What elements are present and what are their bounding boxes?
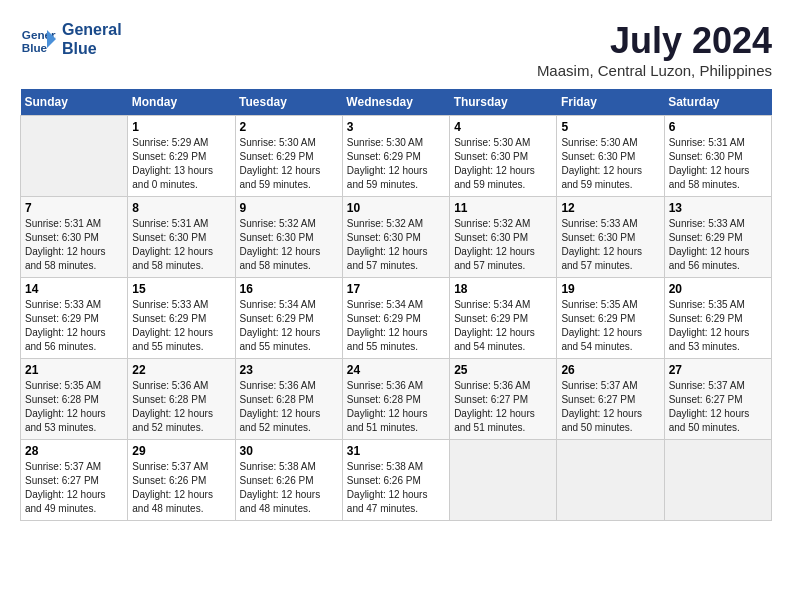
day-info: Sunrise: 5:35 AM Sunset: 6:29 PM Dayligh… [561,298,659,354]
calendar-cell [557,440,664,521]
month-title: July 2024 [537,20,772,62]
day-info: Sunrise: 5:32 AM Sunset: 6:30 PM Dayligh… [347,217,445,273]
day-info: Sunrise: 5:30 AM Sunset: 6:30 PM Dayligh… [454,136,552,192]
day-info: Sunrise: 5:38 AM Sunset: 6:26 PM Dayligh… [240,460,338,516]
day-number: 5 [561,120,659,134]
day-info: Sunrise: 5:33 AM Sunset: 6:29 PM Dayligh… [25,298,123,354]
weekday-header-monday: Monday [128,89,235,116]
calendar-cell: 7Sunrise: 5:31 AM Sunset: 6:30 PM Daylig… [21,197,128,278]
day-info: Sunrise: 5:29 AM Sunset: 6:29 PM Dayligh… [132,136,230,192]
calendar-cell: 21Sunrise: 5:35 AM Sunset: 6:28 PM Dayli… [21,359,128,440]
weekday-header-wednesday: Wednesday [342,89,449,116]
day-number: 23 [240,363,338,377]
day-info: Sunrise: 5:36 AM Sunset: 6:27 PM Dayligh… [454,379,552,435]
day-number: 6 [669,120,767,134]
calendar-cell: 22Sunrise: 5:36 AM Sunset: 6:28 PM Dayli… [128,359,235,440]
day-number: 30 [240,444,338,458]
logo-text: General Blue [62,20,122,58]
day-info: Sunrise: 5:37 AM Sunset: 6:27 PM Dayligh… [25,460,123,516]
logo: General Blue General Blue [20,20,122,58]
location-title: Maasim, Central Luzon, Philippines [537,62,772,79]
calendar-cell: 30Sunrise: 5:38 AM Sunset: 6:26 PM Dayli… [235,440,342,521]
calendar-cell: 6Sunrise: 5:31 AM Sunset: 6:30 PM Daylig… [664,116,771,197]
day-info: Sunrise: 5:31 AM Sunset: 6:30 PM Dayligh… [25,217,123,273]
day-number: 2 [240,120,338,134]
day-info: Sunrise: 5:38 AM Sunset: 6:26 PM Dayligh… [347,460,445,516]
calendar-cell: 13Sunrise: 5:33 AM Sunset: 6:29 PM Dayli… [664,197,771,278]
day-number: 14 [25,282,123,296]
calendar-cell: 29Sunrise: 5:37 AM Sunset: 6:26 PM Dayli… [128,440,235,521]
day-info: Sunrise: 5:33 AM Sunset: 6:29 PM Dayligh… [132,298,230,354]
header: General Blue General Blue July 2024 Maas… [20,20,772,79]
day-number: 7 [25,201,123,215]
day-info: Sunrise: 5:32 AM Sunset: 6:30 PM Dayligh… [240,217,338,273]
week-row-4: 21Sunrise: 5:35 AM Sunset: 6:28 PM Dayli… [21,359,772,440]
calendar-cell: 20Sunrise: 5:35 AM Sunset: 6:29 PM Dayli… [664,278,771,359]
calendar-cell: 16Sunrise: 5:34 AM Sunset: 6:29 PM Dayli… [235,278,342,359]
logo-icon: General Blue [20,21,56,57]
calendar-cell: 1Sunrise: 5:29 AM Sunset: 6:29 PM Daylig… [128,116,235,197]
calendar-cell: 12Sunrise: 5:33 AM Sunset: 6:30 PM Dayli… [557,197,664,278]
calendar-cell: 27Sunrise: 5:37 AM Sunset: 6:27 PM Dayli… [664,359,771,440]
weekday-header-sunday: Sunday [21,89,128,116]
calendar-cell [664,440,771,521]
day-number: 21 [25,363,123,377]
day-number: 31 [347,444,445,458]
day-number: 25 [454,363,552,377]
day-info: Sunrise: 5:32 AM Sunset: 6:30 PM Dayligh… [454,217,552,273]
weekday-header-friday: Friday [557,89,664,116]
day-info: Sunrise: 5:37 AM Sunset: 6:27 PM Dayligh… [561,379,659,435]
day-info: Sunrise: 5:36 AM Sunset: 6:28 PM Dayligh… [347,379,445,435]
calendar-cell: 5Sunrise: 5:30 AM Sunset: 6:30 PM Daylig… [557,116,664,197]
day-number: 26 [561,363,659,377]
day-info: Sunrise: 5:37 AM Sunset: 6:26 PM Dayligh… [132,460,230,516]
day-number: 24 [347,363,445,377]
day-info: Sunrise: 5:34 AM Sunset: 6:29 PM Dayligh… [454,298,552,354]
day-number: 9 [240,201,338,215]
week-row-1: 1Sunrise: 5:29 AM Sunset: 6:29 PM Daylig… [21,116,772,197]
calendar-cell: 2Sunrise: 5:30 AM Sunset: 6:29 PM Daylig… [235,116,342,197]
calendar-cell [450,440,557,521]
calendar-cell: 24Sunrise: 5:36 AM Sunset: 6:28 PM Dayli… [342,359,449,440]
day-info: Sunrise: 5:36 AM Sunset: 6:28 PM Dayligh… [132,379,230,435]
calendar-cell: 23Sunrise: 5:36 AM Sunset: 6:28 PM Dayli… [235,359,342,440]
day-info: Sunrise: 5:33 AM Sunset: 6:29 PM Dayligh… [669,217,767,273]
calendar-cell [21,116,128,197]
calendar-cell: 28Sunrise: 5:37 AM Sunset: 6:27 PM Dayli… [21,440,128,521]
day-number: 12 [561,201,659,215]
calendar-cell: 31Sunrise: 5:38 AM Sunset: 6:26 PM Dayli… [342,440,449,521]
day-number: 16 [240,282,338,296]
weekday-header-thursday: Thursday [450,89,557,116]
day-info: Sunrise: 5:33 AM Sunset: 6:30 PM Dayligh… [561,217,659,273]
weekday-header-row: SundayMondayTuesdayWednesdayThursdayFrid… [21,89,772,116]
calendar-cell: 4Sunrise: 5:30 AM Sunset: 6:30 PM Daylig… [450,116,557,197]
calendar-cell: 17Sunrise: 5:34 AM Sunset: 6:29 PM Dayli… [342,278,449,359]
day-number: 28 [25,444,123,458]
calendar-cell: 18Sunrise: 5:34 AM Sunset: 6:29 PM Dayli… [450,278,557,359]
day-info: Sunrise: 5:35 AM Sunset: 6:28 PM Dayligh… [25,379,123,435]
day-info: Sunrise: 5:34 AM Sunset: 6:29 PM Dayligh… [347,298,445,354]
weekday-header-tuesday: Tuesday [235,89,342,116]
day-info: Sunrise: 5:30 AM Sunset: 6:29 PM Dayligh… [347,136,445,192]
day-info: Sunrise: 5:30 AM Sunset: 6:30 PM Dayligh… [561,136,659,192]
weekday-header-saturday: Saturday [664,89,771,116]
week-row-5: 28Sunrise: 5:37 AM Sunset: 6:27 PM Dayli… [21,440,772,521]
calendar-cell: 3Sunrise: 5:30 AM Sunset: 6:29 PM Daylig… [342,116,449,197]
calendar-cell: 25Sunrise: 5:36 AM Sunset: 6:27 PM Dayli… [450,359,557,440]
day-number: 20 [669,282,767,296]
calendar-cell: 10Sunrise: 5:32 AM Sunset: 6:30 PM Dayli… [342,197,449,278]
day-info: Sunrise: 5:31 AM Sunset: 6:30 PM Dayligh… [669,136,767,192]
day-number: 13 [669,201,767,215]
day-info: Sunrise: 5:35 AM Sunset: 6:29 PM Dayligh… [669,298,767,354]
day-info: Sunrise: 5:37 AM Sunset: 6:27 PM Dayligh… [669,379,767,435]
day-number: 8 [132,201,230,215]
calendar-cell: 15Sunrise: 5:33 AM Sunset: 6:29 PM Dayli… [128,278,235,359]
day-number: 1 [132,120,230,134]
day-number: 3 [347,120,445,134]
week-row-3: 14Sunrise: 5:33 AM Sunset: 6:29 PM Dayli… [21,278,772,359]
day-number: 17 [347,282,445,296]
day-number: 18 [454,282,552,296]
day-info: Sunrise: 5:30 AM Sunset: 6:29 PM Dayligh… [240,136,338,192]
calendar-table: SundayMondayTuesdayWednesdayThursdayFrid… [20,89,772,521]
calendar-cell: 26Sunrise: 5:37 AM Sunset: 6:27 PM Dayli… [557,359,664,440]
